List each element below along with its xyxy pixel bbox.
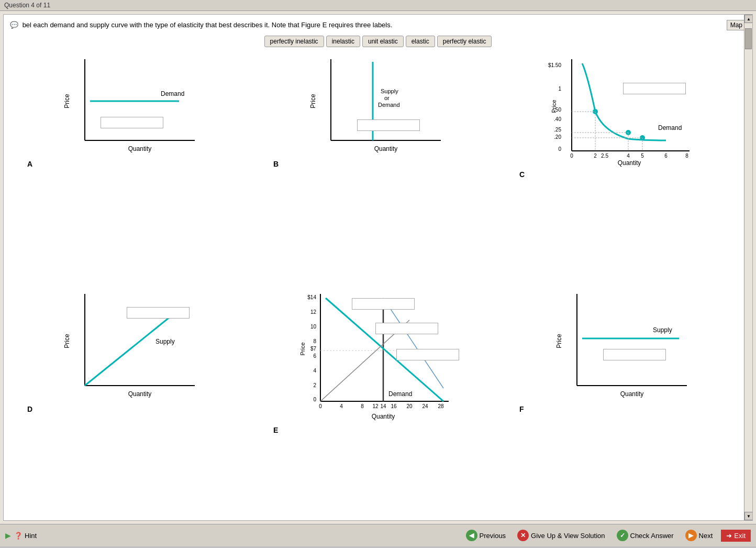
svg-text:6: 6 bbox=[664, 153, 668, 159]
svg-text:Price: Price bbox=[63, 334, 71, 348]
answer-box-d[interactable] bbox=[127, 307, 190, 319]
map-button[interactable]: Map bbox=[727, 20, 746, 30]
previous-icon: ◀ bbox=[466, 530, 477, 541]
svg-text:4: 4 bbox=[313, 368, 316, 374]
svg-text:Supply: Supply bbox=[381, 88, 398, 94]
svg-text:12: 12 bbox=[372, 403, 379, 409]
graph-label-a: A bbox=[27, 160, 32, 168]
svg-text:8: 8 bbox=[361, 403, 364, 409]
hint-icon: ❓ bbox=[14, 532, 23, 540]
give-up-icon: ✕ bbox=[517, 530, 529, 541]
scroll-down-button[interactable]: ▼ bbox=[744, 512, 753, 520]
svg-text:0: 0 bbox=[313, 397, 316, 402]
svg-text:Price: Price bbox=[309, 94, 317, 108]
exit-icon: ➜ bbox=[726, 532, 732, 540]
graph-label-e: E bbox=[273, 426, 278, 434]
svg-text:Demand: Demand bbox=[161, 90, 184, 97]
svg-text:0: 0 bbox=[558, 146, 561, 152]
scrollbar[interactable]: ▲ ▼ bbox=[744, 15, 752, 520]
graph-cell-e: Price $14 12 10 8 $7 6 4 2 0 0 4 8 12 bbox=[255, 286, 501, 521]
answer-box-c-top[interactable] bbox=[623, 83, 686, 94]
svg-text:8: 8 bbox=[313, 338, 316, 344]
svg-text:0: 0 bbox=[319, 403, 322, 409]
svg-text:Demand: Demand bbox=[378, 102, 400, 108]
svg-text:Price: Price bbox=[555, 334, 563, 348]
svg-text:Price: Price bbox=[63, 94, 71, 108]
svg-text:5: 5 bbox=[641, 153, 644, 159]
bottom-left: ▶ ❓ Hint bbox=[5, 531, 37, 540]
graph-a-svg: Price Quantity Demand bbox=[59, 54, 205, 159]
svg-text:4: 4 bbox=[340, 403, 343, 409]
graph-label-d: D bbox=[27, 405, 32, 413]
option-elastic[interactable]: elastic bbox=[406, 36, 435, 47]
option-perfectly-elastic[interactable]: perfectly elastic bbox=[437, 36, 492, 47]
svg-line-46 bbox=[85, 310, 179, 386]
svg-text:Price: Price bbox=[299, 342, 306, 355]
graph-c-svg: Price $1.50 1 .50 .40 .25 .20 0 0 2 2.5 … bbox=[546, 54, 703, 169]
svg-text:Quantity: Quantity bbox=[618, 159, 641, 167]
graph-d-svg: Price Quantity Supply bbox=[59, 289, 205, 404]
answer-box-b[interactable] bbox=[357, 119, 420, 131]
svg-text:16: 16 bbox=[391, 403, 397, 409]
bottom-bar: ▶ ❓ Hint ◀ Previous ✕ Give Up & View Sol… bbox=[0, 524, 756, 546]
scroll-up-button[interactable]: ▲ bbox=[744, 15, 753, 23]
answer-box-e-top[interactable] bbox=[352, 298, 415, 310]
check-answer-button[interactable]: ✓ Check Answer bbox=[614, 528, 677, 543]
answer-box-e-bot[interactable] bbox=[396, 349, 459, 360]
graph-cell-d: Price Quantity Supply D bbox=[9, 286, 255, 521]
svg-text:Quantity: Quantity bbox=[128, 145, 152, 152]
content-area: 💬 bel each demand and supply curve with … bbox=[3, 14, 753, 521]
main-container: 💬 bel each demand and supply curve with … bbox=[0, 11, 756, 546]
svg-text:Quantity: Quantity bbox=[128, 390, 152, 398]
svg-text:$1.50: $1.50 bbox=[548, 62, 561, 68]
question-counter: Question 4 of 11 bbox=[4, 2, 50, 9]
scroll-track bbox=[744, 23, 752, 512]
svg-text:6: 6 bbox=[313, 353, 316, 359]
question-text: 💬 bel each demand and supply curve with … bbox=[10, 20, 721, 30]
scroll-thumb[interactable] bbox=[745, 28, 752, 49]
svg-text:0: 0 bbox=[570, 153, 573, 159]
elasticity-options: perfectly inelastic inelastic unit elast… bbox=[4, 34, 752, 51]
svg-text:24: 24 bbox=[422, 403, 428, 409]
svg-text:$7: $7 bbox=[310, 346, 317, 352]
graph-cell-f: Price Quantity Supply F bbox=[501, 286, 747, 521]
next-icon: ▶ bbox=[685, 530, 697, 541]
svg-text:8: 8 bbox=[685, 153, 688, 159]
give-up-button[interactable]: ✕ Give Up & View Solution bbox=[514, 528, 608, 543]
svg-text:.40: .40 bbox=[554, 116, 561, 122]
hint-button[interactable]: ❓ Hint bbox=[14, 532, 37, 540]
svg-text:Supply: Supply bbox=[155, 338, 175, 345]
option-inelastic[interactable]: inelastic bbox=[326, 36, 360, 47]
previous-button[interactable]: ◀ Previous bbox=[463, 528, 509, 543]
play-icon: ▶ bbox=[5, 531, 11, 540]
check-icon: ✓ bbox=[617, 530, 628, 541]
svg-text:.50: .50 bbox=[554, 107, 561, 113]
graph-b-svg: Price Quantity Supply or Demand bbox=[305, 54, 451, 159]
graph-e-svg: Price $14 12 10 8 $7 6 4 2 0 0 4 8 12 bbox=[294, 289, 462, 425]
graph-label-b: B bbox=[273, 160, 279, 168]
answer-box-f[interactable] bbox=[603, 349, 666, 360]
svg-text:10: 10 bbox=[310, 324, 317, 330]
svg-text:.20: .20 bbox=[554, 134, 561, 140]
svg-text:2: 2 bbox=[594, 153, 597, 159]
answer-box-a[interactable] bbox=[101, 117, 163, 128]
option-unit-elastic[interactable]: unit elastic bbox=[362, 36, 404, 47]
graph-f-svg: Price Quantity Supply bbox=[551, 289, 697, 404]
svg-text:.25: .25 bbox=[554, 127, 561, 133]
next-button[interactable]: ▶ Next bbox=[682, 528, 716, 543]
graph-cell-b: Price Quantity Supply or Demand B bbox=[255, 51, 501, 286]
exit-button[interactable]: ➜ Exit bbox=[721, 530, 751, 542]
option-perfectly-inelastic[interactable]: perfectly inelastic bbox=[264, 36, 324, 47]
question-icon: 💬 bbox=[10, 21, 18, 29]
graph-label-c: C bbox=[519, 170, 525, 179]
title-bar: Question 4 of 11 bbox=[0, 0, 756, 11]
svg-text:14: 14 bbox=[380, 403, 386, 409]
graph-cell-a: Price Quantity Demand A bbox=[9, 51, 255, 286]
svg-text:Quantity: Quantity bbox=[620, 390, 644, 398]
svg-text:12: 12 bbox=[310, 309, 317, 315]
answer-box-e-mid[interactable] bbox=[375, 323, 438, 334]
svg-text:Demand: Demand bbox=[658, 124, 682, 131]
svg-text:20: 20 bbox=[406, 403, 413, 409]
svg-text:Quantity: Quantity bbox=[374, 145, 398, 152]
graphs-container: Price Quantity Demand A bbox=[4, 51, 752, 520]
